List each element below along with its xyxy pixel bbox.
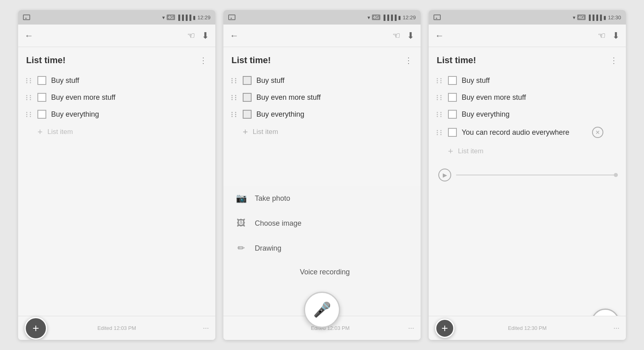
touch-icon-1[interactable]: ☜	[187, 31, 195, 41]
status-bar-right-3: ▾ 4G ▐▐▐▐ ▮ 12:30	[573, 14, 621, 21]
status-image-icon-1	[23, 14, 30, 20]
overlay-voice-recording[interactable]: Voice recording	[223, 261, 421, 284]
list-item-2-1: Buy stuff	[231, 72, 413, 89]
data-icon-3: 4G	[577, 14, 586, 20]
data-icon-1: 4G	[167, 14, 175, 20]
drag-handle-3-2[interactable]	[437, 95, 443, 100]
add-plus-2[interactable]: +	[243, 127, 248, 137]
checkbox-2-2[interactable]	[243, 93, 252, 102]
battery-icon-2: ▮	[398, 14, 401, 21]
fab-1[interactable]: +	[25, 317, 47, 340]
add-plus-3[interactable]: +	[448, 146, 453, 156]
mic-fab-2[interactable]: 🎤	[304, 292, 340, 328]
audio-progress-bar-3[interactable]	[456, 175, 616, 175]
add-item-label-3: List item	[458, 147, 618, 155]
overlay-choose-image[interactable]: 🖼 Choose image	[223, 211, 421, 236]
item-text-2-2: Buy even more stuff	[256, 93, 413, 102]
play-button-3[interactable]: ▶	[438, 169, 451, 181]
back-button-3[interactable]: ←	[435, 31, 444, 41]
list-item-2-3: Buy everything	[231, 106, 413, 123]
drag-handle-2-3[interactable]	[231, 112, 238, 117]
remove-item-button-3-4[interactable]: ✕	[592, 127, 603, 138]
back-button-2[interactable]: ←	[230, 31, 239, 41]
drag-handle-3-3[interactable]	[437, 112, 443, 117]
overflow-menu-3[interactable]: ⋮	[610, 56, 618, 65]
bottom-more-3[interactable]: ···	[613, 324, 619, 332]
list-item-2-2: Buy even more stuff	[231, 89, 413, 106]
checkbox-3-4[interactable]	[448, 128, 457, 137]
checkbox-2-3[interactable]	[243, 110, 252, 119]
wifi-icon-2: ▾	[367, 14, 370, 21]
status-bar-left-1	[23, 14, 30, 20]
item-text-1-2: Buy even more stuff	[51, 93, 207, 102]
touch-icon-2[interactable]: ☜	[392, 31, 400, 41]
wifi-icon-3: ▾	[573, 14, 576, 21]
checkbox-1-3[interactable]	[37, 110, 46, 119]
pencil-icon: ✏	[235, 243, 247, 253]
status-bar-right-2: ▾ 4G ▐▐▐▐ ▮ 12:29	[367, 14, 416, 21]
time-2: 12:29	[402, 14, 416, 21]
list-item-3-2: Buy even more stuff	[437, 89, 618, 106]
list-item-3-3: Buy everything	[437, 106, 618, 123]
drag-handle-3-4[interactable]	[437, 130, 443, 135]
fab-3[interactable]: +	[435, 319, 454, 338]
add-item-row-1[interactable]: + List item	[26, 123, 207, 141]
status-bar-2: ▾ 4G ▐▐▐▐ ▮ 12:29	[223, 10, 421, 25]
add-item-row-2[interactable]: + List item	[231, 123, 413, 141]
item-text-3-3: Buy everything	[462, 110, 618, 119]
list-header-1: List time! ⋮	[26, 55, 207, 66]
download-icon-1[interactable]: ⬇	[202, 31, 209, 41]
signal-icon-2: ▐▐▐▐	[382, 14, 397, 21]
signal-icon-1: ▐▐▐▐	[177, 14, 192, 21]
list-title-2: List time!	[231, 55, 271, 66]
item-text-3-1: Buy stuff	[462, 76, 618, 85]
image-icon: 🖼	[235, 218, 247, 229]
item-text-1-1: Buy stuff	[51, 76, 207, 85]
status-bar-left-2	[228, 14, 235, 20]
download-icon-2[interactable]: ⬇	[407, 31, 414, 41]
overlay-take-photo[interactable]: 📷 Take photo	[223, 186, 421, 211]
list-header-2: List time! ⋮	[231, 55, 413, 66]
edited-text-3: Edited 12:30 PM	[508, 325, 547, 331]
add-item-row-3[interactable]: + List item	[437, 142, 618, 161]
bottom-more-2[interactable]: ···	[408, 324, 414, 332]
phone-1: ▾ 4G ▐▐▐▐ ▮ 12:29 ← ☜ ⬇ List time! ⋮	[18, 10, 215, 340]
overlay-drawing[interactable]: ✏ Drawing	[223, 236, 421, 261]
audio-player-3: ▶	[437, 169, 618, 181]
download-icon-3[interactable]: ⬇	[612, 31, 619, 41]
drag-handle-3-1[interactable]	[437, 78, 443, 83]
drag-handle-2-1[interactable]	[231, 78, 238, 83]
checkbox-2-1[interactable]	[243, 76, 252, 85]
drag-handle-2-2[interactable]	[231, 95, 238, 100]
touch-icon-3[interactable]: ☜	[598, 31, 606, 41]
add-plus-1[interactable]: +	[37, 127, 43, 137]
fab-plus-icon-3: +	[442, 322, 448, 335]
list-item-3-4: You can record audio everywhere ✕	[437, 123, 618, 142]
overflow-menu-2[interactable]: ⋮	[405, 56, 413, 65]
checkbox-3-2[interactable]	[448, 93, 457, 102]
checkbox-3-3[interactable]	[448, 110, 457, 119]
drag-handle-1-1[interactable]	[26, 78, 33, 83]
checkbox-1-2[interactable]	[37, 93, 46, 102]
item-text-2-3: Buy everything	[256, 110, 413, 119]
bottom-bar-1: + Edited 12:03 PM ···	[18, 316, 215, 340]
list-title-3: List time!	[437, 55, 476, 66]
item-text-1-3: Buy everything	[51, 110, 207, 119]
drag-handle-1-3[interactable]	[26, 112, 33, 117]
top-bar-1: ← ☜ ⬇	[18, 25, 215, 47]
bottom-bar-3: + Edited 12:30 PM ···	[429, 316, 626, 340]
take-photo-label: Take photo	[255, 194, 290, 203]
data-icon-2: 4G	[372, 14, 380, 20]
overflow-menu-1[interactable]: ⋮	[199, 56, 207, 65]
top-bar-3: ← ☜ ⬇	[429, 25, 626, 47]
status-bar-1: ▾ 4G ▐▐▐▐ ▮ 12:29	[18, 10, 215, 25]
drag-handle-1-2[interactable]	[26, 95, 33, 100]
content-3: List time! ⋮ Buy stuff Buy e	[429, 47, 626, 316]
bottom-more-1[interactable]: ···	[203, 324, 209, 332]
choose-image-label: Choose image	[255, 219, 301, 228]
item-text-3-4: You can record audio everywhere	[462, 128, 586, 137]
checkbox-1-1[interactable]	[37, 76, 46, 85]
back-button-1[interactable]: ←	[25, 31, 33, 41]
add-item-label-2: List item	[253, 128, 413, 136]
checkbox-3-1[interactable]	[448, 76, 457, 85]
